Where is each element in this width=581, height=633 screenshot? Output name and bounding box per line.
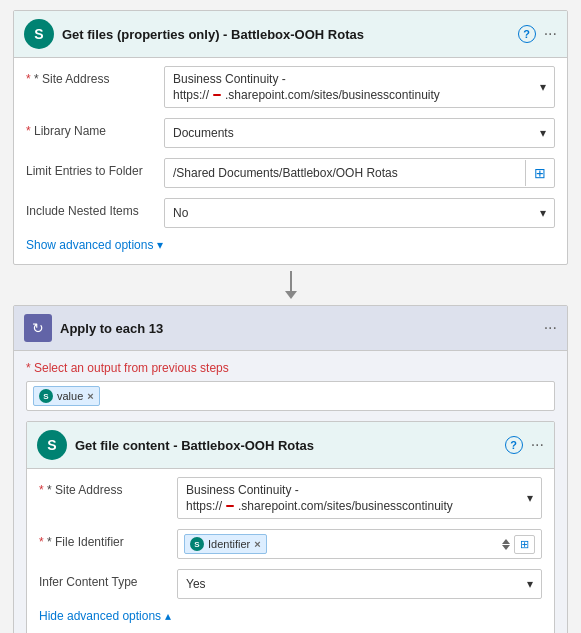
nested-dropdown[interactable]: No ▾ [164,198,555,228]
library-name-control: Documents ▾ [164,118,555,148]
show-advanced-options-link[interactable]: Show advanced options ▾ [26,238,555,252]
get-file-content-help-icon[interactable]: ? [505,436,523,454]
get-files-header-icons: ? ··· [518,25,557,43]
folder-label: Limit Entries to Folder [26,158,156,178]
identifier-tag-icon: S [190,537,204,551]
infer-content-type-row: Infer Content Type Yes ▾ [39,569,542,599]
apply-tag-input[interactable]: S value × [26,381,555,411]
site-address-dropdown[interactable]: Business Continuity - https:// .sharepoi… [164,66,555,108]
nested-row: Include Nested Items No ▾ [26,198,555,228]
site-address-top: Business Continuity - [173,72,540,86]
card2-site-address-control: Business Continuity - https:// .sharepoi… [177,477,542,519]
get-files-header: S Get files (properties only) - Battlebo… [14,11,567,58]
folder-input[interactable]: /Shared Documents/Battlebox/OOH Rotas ⊞ [164,158,555,188]
chevron-down-icon: ▾ [157,238,163,252]
arrow-connector-1 [285,265,297,305]
nested-value: No [173,206,540,220]
infer-content-type-control: Yes ▾ [177,569,542,599]
get-files-icon: S [24,19,54,49]
library-name-row: * Library Name Documents ▾ [26,118,555,148]
apply-title: Apply to each 13 [60,321,536,336]
apply-header: ↻ Apply to each 13 ··· [14,306,567,351]
card2-site-address-top: Business Continuity - [186,483,527,497]
value-tag-close[interactable]: × [87,390,93,402]
file-identifier-updown[interactable] [502,539,510,550]
card2-site-address-row: * * Site Address Business Continuity - h… [39,477,542,519]
library-name-label: * Library Name [26,118,156,138]
value-tag-label: value [57,390,83,402]
apply-to-each-card: ↻ Apply to each 13 ··· * Select an outpu… [13,305,568,633]
folder-value: /Shared Documents/Battlebox/OOH Rotas [165,161,525,185]
url-redacted [213,94,221,96]
apply-icon: ↻ [24,314,52,342]
value-tag: S value × [33,386,100,406]
get-files-form: * * Site Address Business Continuity - h… [14,58,567,264]
card2-site-address-dropdown[interactable]: Business Continuity - https:// .sharepoi… [177,477,542,519]
identifier-tag-close[interactable]: × [254,538,260,550]
identifier-tag: S Identifier × [184,534,267,554]
nested-label: Include Nested Items [26,198,156,218]
card2-site-address-label: * * Site Address [39,477,169,497]
apply-body: * Select an output from previous steps S… [14,351,567,633]
hide-advanced-options-link[interactable]: Hide advanced options ▴ [39,609,542,623]
file-identifier-label: * * File Identifier [39,529,169,549]
library-name-arrow: ▾ [540,126,546,140]
apply-more-icon[interactable]: ··· [544,320,557,336]
get-file-content-title: Get file content - Battlebox-OOH Rotas [75,438,497,453]
file-identifier-row: * * File Identifier S Identifier × [39,529,542,559]
get-files-card: S Get files (properties only) - Battlebo… [13,10,568,265]
get-files-help-icon[interactable]: ? [518,25,536,43]
nested-control: No ▾ [164,198,555,228]
infer-content-type-arrow: ▾ [527,577,533,591]
get-file-content-icon: S [37,430,67,460]
get-file-content-more-icon[interactable]: ··· [531,437,544,453]
identifier-tag-label: Identifier [208,538,250,550]
site-address-control: Business Continuity - https:// .sharepoi… [164,66,555,108]
get-files-title: Get files (properties only) - Battlebox-… [62,27,510,42]
file-identifier-control: S Identifier × [177,529,542,559]
folder-control: /Shared Documents/Battlebox/OOH Rotas ⊞ [164,158,555,188]
nested-arrow: ▾ [540,206,546,220]
infer-content-type-value: Yes [186,577,527,591]
site-address-row: * * Site Address Business Continuity - h… [26,66,555,108]
infer-content-type-label: Infer Content Type [39,569,169,589]
folder-row: Limit Entries to Folder /Shared Document… [26,158,555,188]
get-file-content-form: * * Site Address Business Continuity - h… [27,469,554,633]
get-file-content-header: S Get file content - Battlebox-OOH Rotas… [27,422,554,469]
library-name-dropdown[interactable]: Documents ▾ [164,118,555,148]
card2-site-address-url: https:// .sharepoint.com/sites/businessc… [186,499,527,513]
card2-site-address-arrow: ▾ [527,491,533,505]
value-tag-icon: S [39,389,53,403]
card2-url-redacted [226,505,234,507]
site-address-arrow: ▾ [540,80,546,94]
down-arrow-icon [502,545,510,550]
site-address-url: https:// .sharepoint.com/sites/businessc… [173,88,540,102]
folder-browse-icon[interactable]: ⊞ [525,160,554,186]
file-identifier-input[interactable]: S Identifier × [177,529,542,559]
up-arrow-icon [502,539,510,544]
infer-content-type-dropdown[interactable]: Yes ▾ [177,569,542,599]
library-name-value: Documents [173,126,540,140]
chevron-up-icon: ▴ [165,609,171,623]
get-files-more-icon[interactable]: ··· [544,26,557,42]
site-address-label: * * Site Address [26,66,156,86]
file-identifier-copy-icon[interactable]: ⊞ [514,535,535,554]
apply-select-label: * Select an output from previous steps [26,361,555,375]
get-file-content-card: S Get file content - Battlebox-OOH Rotas… [26,421,555,633]
